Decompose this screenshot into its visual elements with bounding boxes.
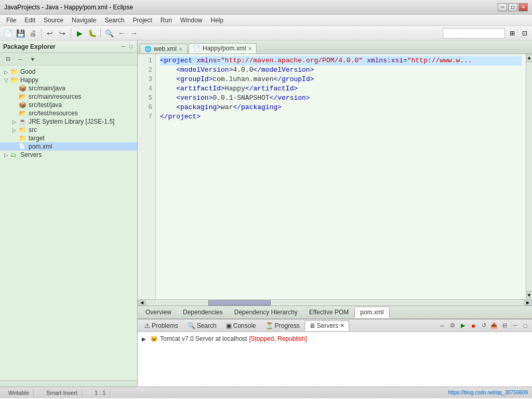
bt-publish[interactable]: 📤: [489, 321, 499, 330]
code-editor[interactable]: 1 2 3 4 5 6 7 <project xmlns="http://mav…: [138, 54, 532, 299]
redo-button[interactable]: ↪: [57, 28, 68, 39]
menu-navigate[interactable]: Navigate: [68, 16, 100, 25]
code-line-6: <packaging>war</packaging>: [160, 103, 522, 112]
bt-settings[interactable]: ⚙: [448, 321, 457, 330]
tab-happy-pom-close[interactable]: ✕: [248, 46, 252, 51]
pom-tab-pom-xml[interactable]: pom.xml: [354, 307, 389, 318]
bottom-tab-problems[interactable]: ⚠ Problems: [140, 321, 183, 331]
back-button[interactable]: ←: [116, 28, 127, 39]
pkg-link-editor[interactable]: ↔: [15, 54, 26, 65]
tree-item-target[interactable]: 📁 target: [0, 134, 137, 142]
src-test-java-label: src/test/java: [29, 101, 62, 109]
bt-minimize[interactable]: ─: [437, 321, 447, 330]
pkg-minimize[interactable]: ─: [120, 43, 127, 50]
bottom-tab-servers[interactable]: 🖥 Servers ✕: [304, 321, 349, 331]
tree-item-src-test-resources[interactable]: 📂 src/test/resources: [0, 109, 137, 117]
src-test-java-icon: 📦: [19, 101, 27, 109]
pom-xml-label: pom.xml: [29, 143, 52, 150]
tree-item-happy[interactable]: ▽ 📁 Happy: [0, 76, 137, 84]
tab-web-xml-close[interactable]: ✕: [179, 46, 183, 52]
toolbar: 📄 💾 🖨 ↩ ↪ ▶ 🐛 🔍 ← → Quick Access ⊞ ⊡: [0, 26, 532, 41]
tree-item-good[interactable]: ▷ 📁 Good: [0, 68, 137, 76]
menu-project[interactable]: Project: [128, 16, 156, 25]
bottom-tab-progress[interactable]: ⏳ Progress: [261, 321, 304, 331]
tree-item-src-main-java[interactable]: 📦 src/main/java: [0, 84, 137, 92]
server-expand-arrow[interactable]: ▶: [142, 336, 148, 342]
bt-run[interactable]: ▶: [458, 321, 468, 330]
code-text[interactable]: <project xmlns="http://maven.apache.org/…: [156, 54, 526, 299]
hscroll-thumb[interactable]: [208, 300, 271, 305]
jre-arrow[interactable]: ▷: [12, 119, 19, 125]
tab-happy-pom-xml[interactable]: 📄 Happy/pom.xml ✕: [189, 43, 257, 54]
bt-stop[interactable]: ■: [469, 321, 478, 330]
save-button[interactable]: 💾: [15, 28, 26, 39]
undo-button[interactable]: ↩: [44, 28, 56, 39]
tree-item-src-test-java[interactable]: 📦 src/test/java: [0, 101, 137, 109]
run-button[interactable]: ▶: [74, 28, 85, 39]
menu-search[interactable]: Search: [100, 16, 128, 25]
pom-tab-dependencies[interactable]: Dependencies: [177, 307, 229, 318]
print-button[interactable]: 🖨: [27, 28, 38, 39]
bottom-panel: ⚠ Problems 🔍 Search ▣ Console ⏳ Progress…: [138, 319, 532, 387]
pom-xml-icon: 📄: [19, 143, 27, 150]
bottom-tab-search[interactable]: 🔍 Search: [183, 321, 221, 331]
server-row-tomcat[interactable]: ▶ 🐱 Tomcat v7.0 Server at localhost [Sto…: [140, 334, 530, 343]
debug-button[interactable]: 🐛: [86, 28, 98, 39]
src-arrow[interactable]: ▷: [12, 127, 19, 133]
status-url: https://blog.csdn.net/qq_30750609: [448, 390, 528, 395]
pkg-menu[interactable]: ▼: [27, 54, 38, 65]
package-explorer-scrollbar[interactable]: [0, 380, 137, 387]
bottom-tab-console[interactable]: ▣ Console: [221, 321, 261, 331]
new-button[interactable]: 📄: [2, 28, 14, 39]
bt-maximize2[interactable]: □: [521, 321, 530, 330]
minimize-button[interactable]: ─: [498, 3, 507, 11]
tab-web-xml[interactable]: 🌐 web.xml ✕: [140, 44, 188, 54]
status-bar: Writable Smart Insert 1 : 1 https://blog…: [0, 387, 532, 398]
bt-restart[interactable]: ↺: [479, 321, 488, 330]
web-xml-icon: 🌐: [144, 46, 152, 52]
scroll-left-btn[interactable]: ◀: [138, 300, 146, 305]
servers-tab-close[interactable]: ✕: [340, 323, 344, 328]
open-perspective-button[interactable]: ⊡: [520, 28, 530, 38]
menu-source[interactable]: Source: [39, 16, 68, 25]
quick-access-area: Quick Access ⊞ ⊡: [443, 28, 530, 38]
quick-access-input[interactable]: Quick Access: [443, 28, 505, 38]
servers-tab-label: Servers: [317, 322, 338, 329]
tree-item-src[interactable]: ▷ 📁 src: [0, 126, 137, 134]
pkg-maximize[interactable]: □: [128, 43, 134, 50]
maximize-button[interactable]: □: [508, 3, 517, 11]
tree-item-pom-xml[interactable]: 📄 pom.xml: [0, 142, 137, 151]
menu-run[interactable]: Run: [156, 16, 176, 25]
scroll-down-btn[interactable]: ▼: [526, 291, 532, 299]
scroll-up-btn[interactable]: ▲: [526, 54, 532, 62]
line-num-5: 5: [141, 94, 152, 103]
line-numbers: 1 2 3 4 5 6 7: [138, 54, 156, 299]
menu-file[interactable]: File: [2, 16, 20, 25]
pkg-collapse-all[interactable]: ⊟: [2, 54, 14, 65]
scroll-right-btn[interactable]: ▶: [524, 300, 532, 305]
perspective-button[interactable]: ⊞: [507, 28, 517, 38]
line-num-1: 1: [141, 56, 152, 65]
menu-help[interactable]: Help: [207, 16, 228, 25]
status-writable: Writable: [4, 390, 34, 396]
tree-item-src-main-resources[interactable]: 📂 src/main/resources: [0, 92, 137, 101]
src-main-res-label: src/main/resources: [29, 93, 81, 100]
servers-arrow[interactable]: ▷: [4, 152, 10, 158]
menu-window[interactable]: Window: [176, 16, 207, 25]
tree-item-servers[interactable]: ▷ 🗂 Servers: [0, 151, 137, 159]
good-expand-arrow[interactable]: ▷: [4, 69, 10, 75]
bt-disconnect[interactable]: ⊟: [500, 321, 509, 330]
forward-button[interactable]: →: [128, 28, 140, 39]
pom-tab-dep-hierarchy[interactable]: Dependency Hierarchy: [229, 307, 303, 318]
tree-item-jre[interactable]: ▷ ☕ JRE System Library [J2SE-1.5]: [0, 117, 137, 126]
bt-minimize2[interactable]: ╌: [510, 321, 520, 330]
editor-hscrollbar[interactable]: ◀ ▶: [138, 299, 532, 305]
close-button[interactable]: ✕: [518, 3, 528, 11]
search-button[interactable]: 🔍: [103, 28, 115, 39]
happy-expand-arrow[interactable]: ▽: [4, 77, 10, 83]
editor-area: 1 2 3 4 5 6 7 <project xmlns="http://mav…: [138, 54, 532, 305]
pom-tab-overview[interactable]: Overview: [140, 307, 177, 318]
editor-vscrollbar[interactable]: ▲ ▼: [526, 54, 532, 299]
menu-edit[interactable]: Edit: [20, 16, 39, 25]
pom-tab-effective-pom[interactable]: Effective POM: [303, 307, 354, 318]
